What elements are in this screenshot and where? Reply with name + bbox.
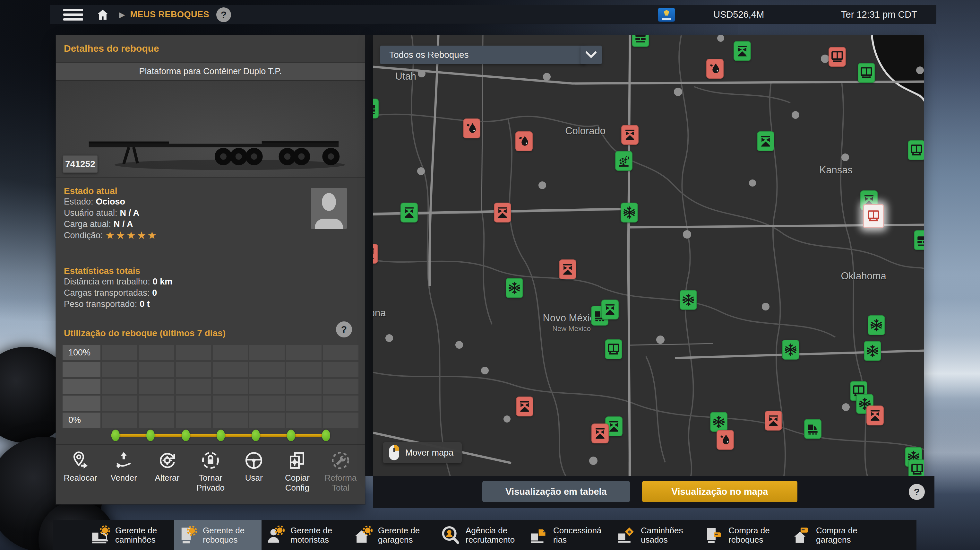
- chart-cell: [62, 362, 100, 377]
- trailer-marker-hopper[interactable]: [601, 300, 619, 319]
- view-switch-bar: Visualização em tabela Visualização no m…: [373, 476, 934, 508]
- avatar: [311, 188, 347, 229]
- trailer-marker-reefer[interactable]: [506, 278, 523, 298]
- help-icon[interactable]: ?: [216, 7, 231, 22]
- chart-cell: [176, 395, 211, 411]
- action-usar-button[interactable]: Usar: [232, 450, 276, 483]
- map-state-label: Colorado: [565, 125, 606, 137]
- trailer-marker-dryvan[interactable]: [908, 140, 924, 160]
- tab-used-trucks[interactable]: Caminhões usados: [612, 520, 700, 550]
- trailer-marker-machinery[interactable]: [615, 151, 633, 171]
- tab-buy-garages[interactable]: Compra de garagens: [787, 520, 875, 550]
- chart-cell: [102, 413, 137, 428]
- tab-dealers[interactable]: Concessionárias: [524, 520, 612, 550]
- map-view-button[interactable]: Visualização no mapa: [642, 481, 797, 502]
- game-clock: Ter 12:31 pm CDT: [841, 9, 917, 20]
- trailer-marker-hopper[interactable]: [516, 397, 533, 416]
- help-icon[interactable]: ?: [909, 484, 925, 500]
- trailer-marker-container[interactable]: [914, 230, 924, 250]
- trailer-marker-container[interactable]: [373, 99, 379, 118]
- chart-cell: [139, 379, 174, 394]
- trailer-marker-lowboy[interactable]: [804, 419, 821, 439]
- trailer-details-panel: Detalhes do reboque Plataforma para Cont…: [56, 35, 365, 504]
- chart-cell: [102, 395, 137, 411]
- chart-cell: [213, 345, 248, 360]
- manager-tab-bar: Gerente de caminhõesGerente de reboquesG…: [53, 520, 916, 550]
- trailer-marker-dryvan-selected[interactable]: [863, 204, 884, 228]
- chart-cell: [249, 379, 285, 394]
- chart-cell: [62, 379, 100, 394]
- tab-label: Gerente de caminhões: [115, 526, 166, 545]
- panel-divider: [365, 35, 373, 476]
- chart-cell: [286, 362, 321, 377]
- trailer-marker-hopper[interactable]: [621, 125, 639, 145]
- trailer-filter-dropdown[interactable]: Todos os Reboques: [380, 46, 585, 64]
- chart-cell: [139, 362, 174, 377]
- trailer-marker-hopper[interactable]: [559, 260, 576, 279]
- tab-truck-manager[interactable]: Gerente de caminhões: [86, 520, 174, 550]
- usar-icon: [243, 450, 264, 471]
- chart-cell: [176, 362, 211, 377]
- trailer-marker-dryvan[interactable]: [605, 340, 622, 359]
- buy-trailers-icon: [703, 524, 724, 546]
- trailer-marker-hopper[interactable]: [757, 131, 774, 151]
- tab-buy-trailers[interactable]: Compra de reboques: [700, 520, 787, 550]
- trailer-marker-reefer[interactable]: [782, 340, 799, 360]
- trailer-marker-reefer[interactable]: [710, 412, 727, 432]
- chart-point: [146, 430, 155, 441]
- trailer-marker-tanker[interactable]: [706, 59, 724, 79]
- tab-label: Agência de recrutamento: [466, 526, 516, 545]
- chart-point: [251, 430, 260, 441]
- tab-garage-manager[interactable]: Gerente de garagens: [349, 520, 437, 550]
- action-privado-button[interactable]: Tornar Privado: [189, 450, 232, 493]
- tab-recruitment[interactable]: Agência de recrutamento: [437, 520, 524, 550]
- tab-label: Gerente de garagens: [378, 526, 429, 545]
- trailer-marker-reefer[interactable]: [864, 341, 881, 361]
- trailer-marker-hopper[interactable]: [373, 244, 378, 264]
- chart-point: [287, 430, 295, 441]
- chart-cell: [323, 413, 358, 428]
- detail-row: Distância em trabalho:0 km: [64, 276, 365, 287]
- home-icon[interactable]: [95, 8, 110, 22]
- panel-title: Detalhes do reboque: [56, 35, 365, 62]
- table-view-button[interactable]: Visualização em tabela: [482, 481, 630, 502]
- trailer-marker-hopper[interactable]: [592, 424, 609, 443]
- trailer-marker-hopper[interactable]: [401, 202, 418, 223]
- trailer-marker-hopper[interactable]: [866, 405, 884, 426]
- trailer-marker-reefer[interactable]: [620, 202, 638, 223]
- trailer-marker-container[interactable]: [632, 35, 649, 47]
- action-vender-button[interactable]: Vender: [102, 450, 145, 483]
- tab-driver-manager[interactable]: Gerente de motoristas: [261, 520, 349, 550]
- trailer-marker-tanker[interactable]: [716, 430, 734, 450]
- section-heading: Estatísticas totais: [64, 266, 365, 276]
- trailer-marker-dryvan[interactable]: [829, 47, 846, 67]
- action-alterar-button[interactable]: Alterar: [145, 450, 189, 483]
- trailer-marker-tanker[interactable]: [515, 131, 533, 151]
- recruitment-icon: [440, 524, 461, 546]
- tab-label: Caminhões usados: [641, 526, 692, 545]
- help-icon[interactable]: ?: [336, 321, 352, 338]
- trailer-marker-dryvan[interactable]: [908, 459, 924, 476]
- usage-heading: Utilização do reboque (últimos 7 dias): [64, 328, 226, 338]
- action-copiar-button[interactable]: Copiar Config: [276, 450, 319, 493]
- dropdown-chevron-icon[interactable]: [581, 46, 602, 64]
- action-realocar-button[interactable]: Realocar: [59, 450, 102, 483]
- usage-chart-line: [62, 428, 358, 444]
- menu-icon[interactable]: [63, 9, 83, 21]
- action-label: Copiar Config: [277, 473, 318, 493]
- trailer-marker-reefer[interactable]: [679, 290, 697, 310]
- condition-stars: ★★★★★: [106, 230, 158, 241]
- trailer-marker-hopper[interactable]: [494, 202, 511, 223]
- trailer-marker-hopper[interactable]: [765, 411, 782, 430]
- chart-cell: [213, 395, 248, 411]
- trailer-marker-reefer[interactable]: [868, 315, 885, 335]
- chart-point: [181, 430, 190, 441]
- trailer-marker-hopper[interactable]: [733, 41, 751, 61]
- chart-cell: [102, 362, 137, 377]
- trailer-marker-dryvan[interactable]: [858, 63, 875, 83]
- chart-cell: [139, 345, 174, 360]
- chart-cell: [213, 379, 248, 394]
- trailer-marker-tanker[interactable]: [463, 118, 480, 139]
- tab-trailer-manager[interactable]: Gerente de reboques: [174, 520, 261, 550]
- trailer-map[interactable]: UtahColoradoKansasOklahomaNovo MéxicoNew…: [373, 35, 924, 476]
